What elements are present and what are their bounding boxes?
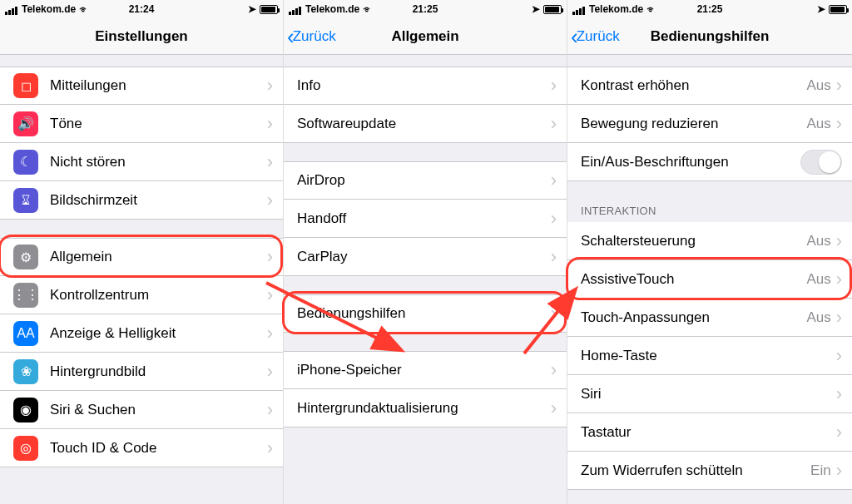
row-carplay[interactable]: CarPlay›: [284, 238, 567, 276]
row-label: Siri & Suchen: [50, 402, 267, 418]
row-detail: Aus: [806, 116, 830, 132]
row-wallpaper[interactable]: ❀Hintergrundbild›: [0, 353, 283, 391]
display-icon: AA: [13, 321, 38, 346]
row-label: iPhone-Speicher: [297, 362, 551, 378]
row-label: Hintergrundaktualisierung: [297, 400, 551, 417]
touch-id-icon: ◎: [13, 436, 38, 461]
row-label: Kontrast erhöhen: [581, 77, 806, 94]
location-icon: ➤: [817, 3, 825, 15]
clock: 21:24: [129, 3, 155, 15]
row-label: Ein/Aus-Beschriftungen: [581, 154, 800, 170]
row-label: Mitteilungen: [50, 77, 267, 94]
clock: 21:25: [697, 3, 723, 15]
chevron-right-icon: ›: [551, 304, 557, 323]
row-label: Hintergrundbild: [50, 363, 267, 380]
chevron-right-icon: ›: [267, 439, 273, 457]
row-about[interactable]: Info›: [284, 67, 567, 105]
row-shake-to-undo[interactable]: Zum Widerrufen schüttelnEin›: [567, 452, 852, 490]
battery-icon: [260, 5, 278, 14]
row-increase-contrast[interactable]: Kontrast erhöhenAus›: [567, 67, 852, 105]
row-switch-control[interactable]: SchaltersteuerungAus›: [567, 222, 852, 260]
back-label: Zurück: [577, 28, 620, 45]
back-button[interactable]: ‹Zurück: [287, 18, 336, 54]
row-label: Bildschirmzeit: [50, 192, 267, 209]
row-reduce-motion[interactable]: Bewegung reduzierenAus›: [567, 105, 852, 143]
row-do-not-disturb[interactable]: ☾Nicht stören›: [0, 143, 283, 181]
chevron-right-icon: ›: [267, 401, 273, 419]
row-assistive-touch[interactable]: AssistiveTouchAus›: [567, 260, 852, 299]
general-icon: ⚙︎: [13, 245, 38, 269]
notifications-icon: ◻︎: [13, 73, 38, 98]
nav-bar: Einstellungen: [0, 18, 283, 55]
row-label: Info: [297, 77, 551, 94]
row-label: Softwareupdate: [297, 116, 551, 132]
back-button[interactable]: ‹Zurück: [571, 18, 620, 54]
row-background-refresh[interactable]: Hintergrundaktualisierung›: [284, 389, 567, 427]
wallpaper-icon: ❀: [13, 359, 38, 384]
row-label: Bedienungshilfen: [297, 305, 551, 322]
row-label: Nicht stören: [50, 154, 267, 170]
signal-icon: [289, 3, 302, 15]
row-iphone-storage[interactable]: iPhone-Speicher›: [284, 351, 567, 389]
row-general[interactable]: ⚙︎Allgemein›: [0, 238, 283, 276]
chevron-right-icon: ›: [836, 232, 842, 250]
row-home-button[interactable]: Home-Taste›: [567, 337, 852, 375]
row-detail: Aus: [806, 271, 830, 288]
row-control-center[interactable]: ⋮⋮Kontrollzentrum›: [0, 276, 283, 314]
chevron-right-icon: ›: [267, 286, 273, 304]
row-touch-accommodations[interactable]: Touch-AnpassungenAus›: [567, 299, 852, 337]
screen-0: Telekom.deᯤ21:24➤Einstellungen◻︎Mitteilu…: [0, 0, 284, 504]
chevron-right-icon: ›: [551, 361, 557, 379]
row-screen-time[interactable]: ⌛︎Bildschirmzeit›: [0, 181, 283, 220]
row-label: Allgemein: [50, 249, 267, 265]
row-keyboard[interactable]: Tastatur›: [567, 413, 852, 452]
row-label: CarPlay: [297, 249, 551, 265]
settings-group: ◻︎Mitteilungen›🔊Töne›☾Nicht stören›⌛︎Bil…: [0, 67, 283, 220]
chevron-right-icon: ›: [551, 171, 557, 190]
chevron-right-icon: ›: [551, 248, 557, 266]
chevron-right-icon: ›: [551, 210, 557, 228]
row-software-update[interactable]: Softwareupdate›: [284, 105, 567, 143]
wifi-icon: ᯤ: [646, 3, 657, 16]
row-touch-id[interactable]: ◎Touch ID & Code›: [0, 429, 283, 467]
row-label: Tastatur: [581, 424, 836, 441]
siri-icon: ◉: [13, 398, 38, 422]
screen-2: Telekom.deᯤ21:25➤‹ZurückBedienungshilfen…: [567, 0, 852, 504]
row-handoff[interactable]: Handoff›: [284, 200, 567, 238]
row-label: AirDrop: [297, 172, 551, 189]
row-accessibility[interactable]: Bedienungshilfen›: [284, 294, 567, 333]
settings-group: AirDrop›Handoff›CarPlay›: [284, 161, 567, 276]
row-label: Anzeige & Helligkeit: [50, 325, 267, 342]
status-bar: Telekom.deᯤ21:25➤: [284, 0, 567, 18]
row-notifications[interactable]: ◻︎Mitteilungen›: [0, 67, 283, 105]
chevron-right-icon: ›: [267, 324, 273, 343]
row-label: Zum Widerrufen schütteln: [581, 462, 810, 479]
clock: 21:25: [413, 3, 438, 15]
row-display[interactable]: AAAnzeige & Helligkeit›: [0, 314, 283, 353]
row-sounds[interactable]: 🔊Töne›: [0, 105, 283, 143]
chevron-right-icon: ›: [836, 347, 842, 365]
row-detail: Aus: [806, 77, 830, 94]
on-off-labels-switch[interactable]: [800, 150, 842, 175]
settings-group: Info›Softwareupdate›: [284, 67, 567, 143]
chevron-right-icon: ›: [836, 115, 842, 133]
signal-icon: [572, 3, 586, 15]
signal-icon: [5, 3, 18, 15]
row-label: Touch ID & Code: [50, 440, 267, 457]
row-airdrop[interactable]: AirDrop›: [284, 161, 567, 200]
chevron-right-icon: ›: [267, 115, 273, 133]
row-label: Bewegung reduzieren: [581, 116, 806, 132]
chevron-right-icon: ›: [836, 385, 842, 403]
chevron-right-icon: ›: [836, 270, 842, 289]
row-siri-accessibility[interactable]: Siri›: [567, 375, 852, 413]
row-on-off-labels[interactable]: Ein/Aus-Beschriftungen: [567, 143, 852, 181]
nav-bar: ‹ZurückAllgemein: [284, 18, 567, 55]
status-bar: Telekom.deᯤ21:25➤: [567, 0, 852, 18]
row-detail: Ein: [810, 462, 831, 479]
row-siri[interactable]: ◉Siri & Suchen›: [0, 391, 283, 429]
settings-group: INTERAKTIONSchaltersteuerungAus›Assistiv…: [567, 200, 852, 490]
row-label: Schaltersteuerung: [581, 233, 806, 250]
battery-icon: [543, 5, 562, 14]
chevron-right-icon: ›: [267, 363, 273, 381]
back-label: Zurück: [293, 28, 336, 45]
